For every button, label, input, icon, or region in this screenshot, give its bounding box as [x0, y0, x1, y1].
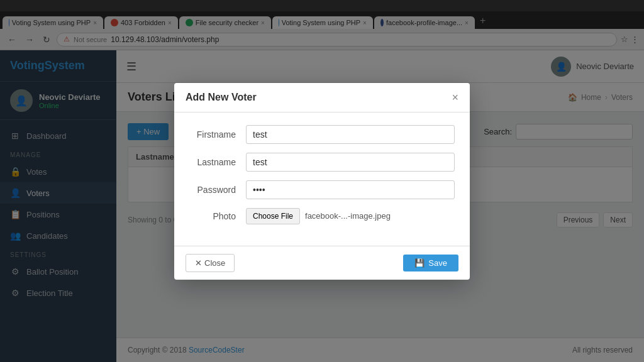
- photo-control: Choose File facebook-...-image.jpeg: [246, 208, 391, 224]
- password-label: Password: [189, 185, 246, 195]
- modal-body: Firstname Lastname Password Photo Choose…: [174, 112, 470, 246]
- close-btn-label: Close: [204, 258, 225, 268]
- password-group: Password: [189, 180, 455, 199]
- add-voter-modal: Add New Voter × Firstname Lastname Passw…: [174, 83, 470, 280]
- save-btn-label: Save: [428, 258, 447, 268]
- password-input[interactable]: [246, 180, 455, 199]
- modal-header: Add New Voter ×: [174, 83, 470, 112]
- file-name-display: facebook-...-image.jpeg: [305, 211, 391, 221]
- save-button[interactable]: 💾 Save: [403, 255, 458, 272]
- lastname-group: Lastname: [189, 153, 455, 172]
- photo-group: Photo Choose File facebook-...-image.jpe…: [189, 208, 455, 224]
- firstname-input[interactable]: [246, 125, 455, 144]
- choose-file-button[interactable]: Choose File: [246, 208, 300, 224]
- photo-label: Photo: [189, 211, 246, 221]
- close-icon: ✕: [195, 258, 202, 268]
- firstname-label: Firstname: [189, 129, 246, 140]
- modal-footer: ✕ Close 💾 Save: [174, 246, 470, 280]
- modal-close-btn[interactable]: ✕ Close: [186, 254, 235, 272]
- modal-close-button[interactable]: ×: [452, 92, 458, 103]
- modal-overlay: Add New Voter × Firstname Lastname Passw…: [0, 0, 644, 362]
- lastname-label: Lastname: [189, 157, 246, 167]
- modal-title: Add New Voter: [186, 92, 257, 103]
- lastname-input[interactable]: [246, 153, 455, 172]
- save-icon: 💾: [414, 258, 425, 268]
- firstname-group: Firstname: [189, 125, 455, 144]
